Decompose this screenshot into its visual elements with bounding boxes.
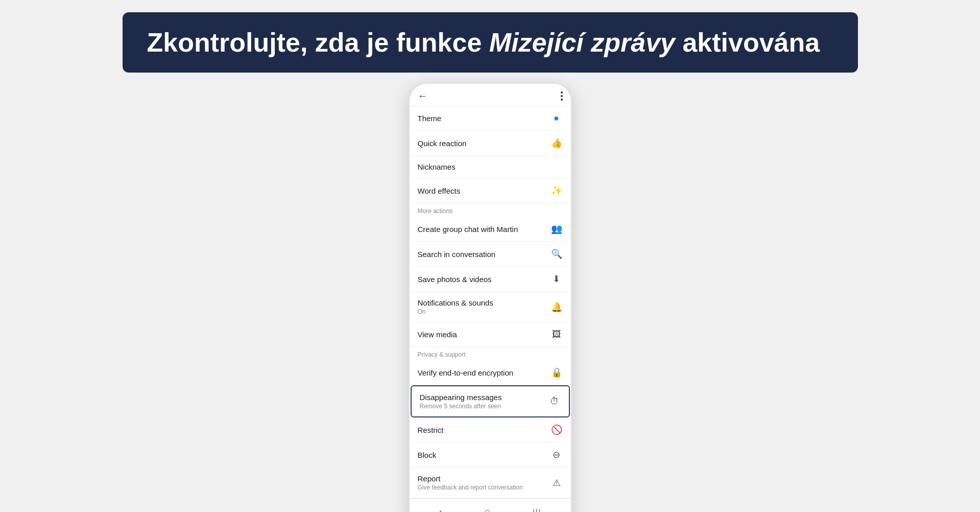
- menu-list: Theme ● Quick reaction 👍 Nicknames: [410, 106, 571, 498]
- menu-item-nicknames[interactable]: Nicknames: [410, 156, 571, 178]
- notifications-icon: 🔔: [551, 301, 563, 313]
- menu-item-create-group[interactable]: Create group chat with Martin 👥: [410, 217, 571, 242]
- section-privacy: Privacy & support: [410, 347, 571, 360]
- block-icon: ⊖: [551, 449, 563, 460]
- header-banner: Zkontrolujte, zda je funkce Mizející zpr…: [123, 12, 858, 73]
- menu-item-word-effects-title: Word effects: [418, 187, 461, 195]
- menu-item-save-photos[interactable]: Save photos & videos ⬇: [410, 267, 571, 292]
- nav-home-button[interactable]: ○: [484, 506, 490, 512]
- menu-item-notifications[interactable]: Notifications & sounds On 🔔: [410, 292, 571, 322]
- disappearing-messages-icon: ⏱: [548, 396, 561, 407]
- menu-item-disappearing-messages[interactable]: Disappearing messages Remove 5 seconds a…: [411, 385, 570, 417]
- view-media-icon: 🖼: [551, 329, 563, 340]
- menu-item-report[interactable]: Report Give feedback and report conversa…: [410, 468, 571, 498]
- phone-bottom-nav: ‹ ○ |||: [410, 498, 571, 512]
- phone-mockup: ← Theme ● Quick reaction 👍: [409, 83, 572, 512]
- view-media-title: View media: [418, 330, 457, 339]
- disappearing-messages-title: Disappearing messages: [420, 393, 502, 402]
- menu-item-block[interactable]: Block ⊖: [410, 443, 571, 468]
- menu-item-quick-reaction-title: Quick reaction: [418, 139, 467, 148]
- save-photos-icon: ⬇: [551, 273, 563, 285]
- search-conv-icon: 🔍: [551, 248, 563, 260]
- disappearing-messages-subtitle: Remove 5 seconds after seen: [420, 403, 502, 410]
- more-menu-button[interactable]: [561, 91, 563, 101]
- menu-item-view-media[interactable]: View media 🖼: [410, 322, 571, 347]
- nav-recent-button[interactable]: |||: [533, 508, 541, 512]
- back-button[interactable]: ←: [418, 90, 428, 102]
- save-photos-title: Save photos & videos: [418, 275, 492, 284]
- search-conv-title: Search in conversation: [418, 250, 496, 259]
- report-subtitle: Give feedback and report conversation: [418, 484, 523, 491]
- section-more-actions: More actions: [410, 203, 571, 217]
- nav-back-button[interactable]: ‹: [439, 506, 442, 512]
- menu-item-theme-title: Theme: [418, 114, 442, 123]
- block-title: Block: [418, 451, 437, 459]
- report-title: Report: [418, 474, 523, 483]
- verify-encryption-title: Verify end-to-end encryption: [418, 368, 514, 377]
- theme-icon: ●: [551, 113, 563, 124]
- header-title: Zkontrolujte, zda je funkce Mizející zpr…: [147, 27, 820, 58]
- menu-item-nicknames-title: Nicknames: [418, 162, 456, 171]
- verify-encryption-icon: 🔒: [551, 367, 563, 378]
- create-group-title: Create group chat with Martin: [418, 225, 518, 234]
- word-effects-icon: ✨: [551, 185, 563, 196]
- create-group-icon: 👥: [551, 223, 563, 235]
- menu-item-word-effects[interactable]: Word effects ✨: [410, 178, 571, 203]
- menu-item-search-conv[interactable]: Search in conversation 🔍: [410, 242, 571, 267]
- notifications-subtitle: On: [418, 308, 493, 315]
- phone-top-bar: ←: [410, 84, 571, 106]
- menu-item-quick-reaction[interactable]: Quick reaction 👍: [410, 131, 571, 156]
- report-icon: ⚠: [551, 477, 563, 488]
- restrict-icon: 🚫: [551, 424, 563, 435]
- phone-container: ← Theme ● Quick reaction 👍: [0, 83, 980, 512]
- notifications-title: Notifications & sounds: [418, 298, 493, 307]
- quick-reaction-icon: 👍: [551, 137, 563, 149]
- menu-item-theme[interactable]: Theme ●: [410, 106, 571, 131]
- restrict-title: Restrict: [418, 426, 444, 434]
- menu-item-verify-encryption[interactable]: Verify end-to-end encryption 🔒: [410, 360, 571, 385]
- menu-item-restrict[interactable]: Restrict 🚫: [410, 417, 571, 443]
